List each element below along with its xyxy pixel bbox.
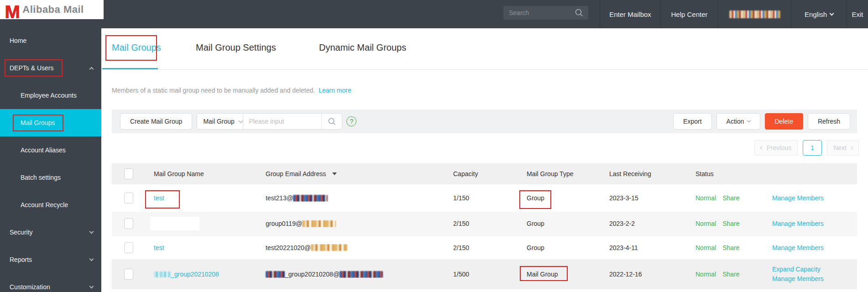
chevron-left-icon xyxy=(760,146,763,150)
sidebar-item-security[interactable]: Security xyxy=(0,219,101,246)
sidebar-item-mail-groups[interactable]: Mail Groups xyxy=(0,109,101,136)
mail-group-name-link[interactable]: _group20210208 xyxy=(154,271,219,278)
sidebar-item-label: Employee Accounts xyxy=(21,92,77,99)
mail-group-type: Group xyxy=(518,220,602,227)
row-checkbox[interactable] xyxy=(124,218,133,229)
sidebar-item-account-aliases[interactable]: Account Aliases xyxy=(0,136,101,164)
create-mail-group-button[interactable]: Create Mail Group xyxy=(120,113,192,130)
chevron-down-icon xyxy=(89,256,94,261)
status-normal: Normal xyxy=(695,220,716,227)
email-prefix: group0119@ xyxy=(266,220,302,227)
group-email: test20221020@ xyxy=(258,244,445,251)
mail-group-name-link[interactable]: test xyxy=(154,194,164,202)
table-row: test test20221020@ 2/150 Group 2023-4-11… xyxy=(112,235,857,259)
nav-label: Exit xyxy=(852,10,863,18)
last-receiving: 2023-2-2 xyxy=(602,220,687,227)
search-icon[interactable] xyxy=(575,8,584,19)
enter-mailbox-button[interactable]: Enter Mailbox xyxy=(600,0,660,28)
exit-button[interactable]: Exit xyxy=(847,0,868,28)
manage-members-link[interactable]: Manage Members xyxy=(772,274,824,284)
redacted-email-domain xyxy=(302,220,336,227)
row-checkbox[interactable] xyxy=(124,193,133,203)
header-mail-group-type: Mail Group Type xyxy=(518,170,602,177)
tabs: Mail Groups Mail Group Settings Dynamic … xyxy=(101,28,868,70)
delete-button[interactable]: Delete xyxy=(765,113,803,130)
logo[interactable]: M Alibaba Mail xyxy=(0,0,104,19)
manage-members-link[interactable]: Manage Members xyxy=(772,244,824,251)
header-status: Status xyxy=(687,170,764,177)
header-last-receiving: Last Receiving xyxy=(602,170,687,177)
row-checkbox[interactable] xyxy=(124,242,133,253)
language-selector[interactable]: English xyxy=(791,0,847,28)
share-link[interactable]: Share xyxy=(722,271,739,278)
sidebar-item-home[interactable]: Home xyxy=(0,27,101,54)
sidebar-item-label: Home xyxy=(10,37,26,44)
email-text: _group20210208@ xyxy=(285,271,340,278)
group-email: group0119@ xyxy=(258,220,445,227)
email-prefix: test20221020@ xyxy=(266,244,311,251)
export-button[interactable]: Export xyxy=(673,113,711,130)
sidebar-item-label: Account Recycle xyxy=(21,201,68,209)
manage-members-link[interactable]: Manage Members xyxy=(772,220,824,227)
main-content: Mail Groups Mail Group Settings Dynamic … xyxy=(101,28,868,292)
expand-capacity-link[interactable]: Expand Capacity xyxy=(772,265,821,274)
header-label: Group Email Address xyxy=(266,170,326,177)
sidebar-item-label: Reports xyxy=(10,256,32,263)
search-button[interactable] xyxy=(321,114,342,129)
sidebar-item-reports[interactable]: Reports xyxy=(0,246,101,273)
header-group-email-address[interactable]: Group Email Address xyxy=(258,170,445,177)
toolbar-right: Export Action Delete Refresh xyxy=(673,113,850,130)
help-icon[interactable]: ? xyxy=(346,116,356,126)
sidebar: Home DEPTs & Users Employee Accounts Mai… xyxy=(0,0,101,292)
redacted-email-domain xyxy=(293,195,328,202)
row-checkbox[interactable] xyxy=(124,269,133,280)
search-icon xyxy=(328,117,336,126)
sidebar-item-label: Customization xyxy=(10,283,50,291)
topbar: Enter Mailbox Help Center English Exit M… xyxy=(0,0,868,28)
group-email: _group20210208@ xyxy=(258,271,445,278)
description: Members of a static mail group need to b… xyxy=(112,87,351,94)
active-tab-underline xyxy=(102,68,158,69)
chevron-down-icon xyxy=(830,11,834,16)
tab-mail-groups[interactable]: Mail Groups xyxy=(112,42,161,53)
mail-groups-table: Mail Group Name Group Email Address Capa… xyxy=(112,163,857,289)
filter-search-input[interactable] xyxy=(243,114,321,129)
capacity: 1/150 xyxy=(445,194,518,202)
account-name[interactable] xyxy=(718,0,791,28)
chevron-down-icon xyxy=(238,118,243,123)
previous-label: Previous xyxy=(767,144,791,151)
share-link[interactable]: Share xyxy=(722,220,739,227)
redacted-mail-group-name xyxy=(150,217,199,230)
page-number-button[interactable]: 1 xyxy=(803,140,822,156)
previous-page-button[interactable]: Previous xyxy=(754,140,798,156)
action-button[interactable]: Action xyxy=(716,113,760,130)
learn-more-link[interactable]: Learn more xyxy=(319,87,351,94)
refresh-button[interactable]: Refresh xyxy=(808,113,850,130)
table-row: _group20210208 _group20210208@ 1/500 Mai… xyxy=(112,259,857,289)
next-page-button[interactable]: Next xyxy=(827,140,859,156)
manage-members-link[interactable]: Manage Members xyxy=(772,194,824,202)
sidebar-item-depts-users[interactable]: DEPTs & Users xyxy=(0,54,101,82)
sort-descending-icon[interactable] xyxy=(332,172,337,175)
sidebar-item-employee-accounts[interactable]: Employee Accounts xyxy=(0,82,101,109)
mail-group-type: Mail Group xyxy=(518,271,602,278)
share-link[interactable]: Share xyxy=(722,244,739,251)
sidebar-item-customization[interactable]: Customization xyxy=(0,273,101,292)
capacity: 1/500 xyxy=(445,271,518,278)
help-center-button[interactable]: Help Center xyxy=(660,0,718,28)
tab-mail-group-settings[interactable]: Mail Group Settings xyxy=(196,42,276,53)
toolbar: Create Mail Group Mail Group ? Export Ac… xyxy=(112,110,857,133)
mail-group-name-link[interactable]: test xyxy=(154,244,164,251)
redacted-email-prefix xyxy=(266,271,285,278)
select-all-checkbox[interactable] xyxy=(124,168,133,179)
sidebar-item-account-recycle[interactable]: Account Recycle xyxy=(0,191,101,219)
sidebar-item-batch-settings[interactable]: Batch settings xyxy=(0,164,101,191)
last-receiving: 2022-12-16 xyxy=(602,271,687,278)
share-link[interactable]: Share xyxy=(722,194,739,202)
status-normal: Normal xyxy=(695,271,716,278)
tab-dynamic-mail-groups[interactable]: Dynamic Mail Groups xyxy=(319,42,406,53)
filter-dropdown[interactable]: Mail Group xyxy=(197,114,243,129)
sidebar-item-label: Account Aliases xyxy=(21,146,66,154)
redacted-account-name xyxy=(729,10,780,18)
redacted-email-domain xyxy=(311,244,347,251)
